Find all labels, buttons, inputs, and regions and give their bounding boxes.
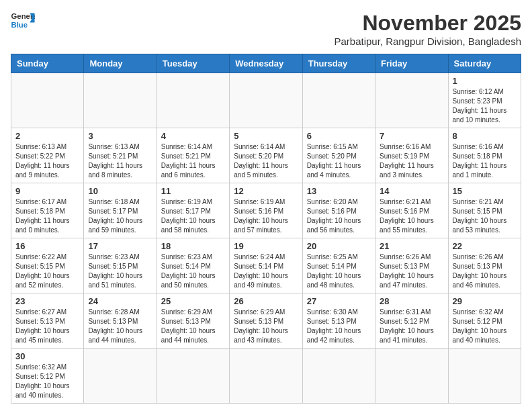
day-info: Sunrise: 6:21 AM Sunset: 5:15 PM Dayligh… (453, 197, 517, 235)
day-number: 2 (15, 131, 79, 141)
calendar-cell (448, 349, 521, 404)
week-row-2: 2Sunrise: 6:13 AM Sunset: 5:22 PM Daylig… (11, 128, 521, 183)
day-info: Sunrise: 6:27 AM Sunset: 5:13 PM Dayligh… (15, 308, 79, 345)
calendar-cell: 22Sunrise: 6:26 AM Sunset: 5:13 PM Dayli… (448, 238, 521, 293)
day-info: Sunrise: 6:14 AM Sunset: 5:21 PM Dayligh… (161, 142, 225, 180)
day-number: 17 (88, 241, 152, 251)
calendar-cell: 9Sunrise: 6:17 AM Sunset: 5:18 PM Daylig… (11, 183, 84, 238)
day-info: Sunrise: 6:24 AM Sunset: 5:14 PM Dayligh… (234, 253, 298, 290)
day-info: Sunrise: 6:18 AM Sunset: 5:17 PM Dayligh… (88, 197, 152, 235)
day-number: 8 (453, 131, 517, 141)
day-info: Sunrise: 6:13 AM Sunset: 5:22 PM Dayligh… (15, 142, 79, 180)
calendar-cell (375, 73, 448, 128)
calendar-cell (302, 349, 375, 404)
day-info: Sunrise: 6:26 AM Sunset: 5:13 PM Dayligh… (380, 253, 443, 290)
day-info: Sunrise: 6:31 AM Sunset: 5:12 PM Dayligh… (380, 308, 443, 345)
day-info: Sunrise: 6:20 AM Sunset: 5:16 PM Dayligh… (307, 197, 371, 235)
day-info: Sunrise: 6:28 AM Sunset: 5:13 PM Dayligh… (88, 308, 152, 345)
day-number: 15 (453, 186, 517, 196)
calendar-cell: 29Sunrise: 6:32 AM Sunset: 5:12 PM Dayli… (448, 293, 521, 349)
calendar-cell: 27Sunrise: 6:30 AM Sunset: 5:13 PM Dayli… (302, 293, 375, 349)
logo: General Blue (11, 11, 35, 30)
calendar-cell (84, 349, 157, 404)
day-number: 19 (234, 241, 298, 251)
weekday-header-tuesday: Tuesday (157, 54, 229, 73)
day-info: Sunrise: 6:30 AM Sunset: 5:13 PM Dayligh… (307, 308, 371, 345)
day-number: 26 (234, 296, 298, 306)
day-number: 9 (15, 186, 79, 196)
week-row-3: 9Sunrise: 6:17 AM Sunset: 5:18 PM Daylig… (11, 183, 521, 238)
svg-text:Blue: Blue (11, 21, 28, 29)
weekday-header-friday: Friday (375, 54, 448, 73)
calendar-cell: 30Sunrise: 6:32 AM Sunset: 5:12 PM Dayli… (11, 349, 84, 404)
calendar-cell: 13Sunrise: 6:20 AM Sunset: 5:16 PM Dayli… (302, 183, 375, 238)
day-info: Sunrise: 6:17 AM Sunset: 5:18 PM Dayligh… (15, 197, 79, 235)
calendar-cell (84, 73, 157, 128)
month-year: November 2025 (334, 11, 521, 36)
day-number: 22 (453, 241, 517, 251)
weekday-header-row: SundayMondayTuesdayWednesdayThursdayFrid… (11, 54, 521, 73)
day-number: 14 (380, 186, 443, 196)
day-info: Sunrise: 6:16 AM Sunset: 5:18 PM Dayligh… (453, 142, 517, 180)
calendar-cell (375, 349, 448, 404)
day-info: Sunrise: 6:23 AM Sunset: 5:15 PM Dayligh… (88, 253, 152, 290)
calendar-cell: 28Sunrise: 6:31 AM Sunset: 5:12 PM Dayli… (375, 293, 448, 349)
day-info: Sunrise: 6:29 AM Sunset: 5:13 PM Dayligh… (234, 308, 298, 345)
calendar-cell: 15Sunrise: 6:21 AM Sunset: 5:15 PM Dayli… (448, 183, 521, 238)
calendar-cell: 3Sunrise: 6:13 AM Sunset: 5:21 PM Daylig… (84, 128, 157, 183)
day-info: Sunrise: 6:32 AM Sunset: 5:12 PM Dayligh… (15, 363, 79, 400)
day-number: 24 (88, 296, 152, 306)
day-number: 1 (453, 76, 517, 86)
logo-icon: General Blue (11, 11, 35, 30)
title-area: November 2025 Parbatipur, Rangpur Divisi… (334, 11, 521, 47)
day-number: 10 (88, 186, 152, 196)
day-info: Sunrise: 6:12 AM Sunset: 5:23 PM Dayligh… (453, 87, 517, 125)
weekday-header-sunday: Sunday (11, 54, 84, 73)
calendar-cell: 4Sunrise: 6:14 AM Sunset: 5:21 PM Daylig… (157, 128, 229, 183)
calendar-cell (11, 73, 84, 128)
day-info: Sunrise: 6:19 AM Sunset: 5:17 PM Dayligh… (161, 197, 225, 235)
day-info: Sunrise: 6:25 AM Sunset: 5:14 PM Dayligh… (307, 253, 371, 290)
day-number: 16 (15, 241, 79, 251)
calendar-cell: 8Sunrise: 6:16 AM Sunset: 5:18 PM Daylig… (448, 128, 521, 183)
calendar-cell: 14Sunrise: 6:21 AM Sunset: 5:16 PM Dayli… (375, 183, 448, 238)
calendar-cell: 24Sunrise: 6:28 AM Sunset: 5:13 PM Dayli… (84, 293, 157, 349)
week-row-5: 23Sunrise: 6:27 AM Sunset: 5:13 PM Dayli… (11, 293, 521, 349)
calendar-cell (157, 73, 229, 128)
day-number: 21 (380, 241, 443, 251)
day-info: Sunrise: 6:21 AM Sunset: 5:16 PM Dayligh… (380, 197, 443, 235)
day-number: 7 (380, 131, 443, 141)
calendar-cell: 16Sunrise: 6:22 AM Sunset: 5:15 PM Dayli… (11, 238, 84, 293)
calendar-cell (157, 349, 229, 404)
calendar-cell: 2Sunrise: 6:13 AM Sunset: 5:22 PM Daylig… (11, 128, 84, 183)
calendar-cell: 26Sunrise: 6:29 AM Sunset: 5:13 PM Dayli… (230, 293, 302, 349)
calendar-cell (230, 73, 302, 128)
day-number: 3 (88, 131, 152, 141)
calendar-cell: 23Sunrise: 6:27 AM Sunset: 5:13 PM Dayli… (11, 293, 84, 349)
day-info: Sunrise: 6:13 AM Sunset: 5:21 PM Dayligh… (88, 142, 152, 180)
day-number: 6 (307, 131, 371, 141)
calendar-cell: 19Sunrise: 6:24 AM Sunset: 5:14 PM Dayli… (230, 238, 302, 293)
day-info: Sunrise: 6:23 AM Sunset: 5:14 PM Dayligh… (161, 253, 225, 290)
header: General Blue November 2025 Parbatipur, R… (11, 11, 521, 47)
day-info: Sunrise: 6:14 AM Sunset: 5:20 PM Dayligh… (234, 142, 298, 180)
weekday-header-wednesday: Wednesday (230, 54, 302, 73)
day-info: Sunrise: 6:29 AM Sunset: 5:13 PM Dayligh… (161, 308, 225, 345)
day-number: 30 (15, 351, 79, 361)
calendar-cell: 18Sunrise: 6:23 AM Sunset: 5:14 PM Dayli… (157, 238, 229, 293)
calendar-cell: 6Sunrise: 6:15 AM Sunset: 5:20 PM Daylig… (302, 128, 375, 183)
calendar-cell: 17Sunrise: 6:23 AM Sunset: 5:15 PM Dayli… (84, 238, 157, 293)
day-number: 27 (307, 296, 371, 306)
day-number: 4 (161, 131, 225, 141)
calendar-cell: 21Sunrise: 6:26 AM Sunset: 5:13 PM Dayli… (375, 238, 448, 293)
calendar-cell: 25Sunrise: 6:29 AM Sunset: 5:13 PM Dayli… (157, 293, 229, 349)
day-number: 12 (234, 186, 298, 196)
calendar-cell: 1Sunrise: 6:12 AM Sunset: 5:23 PM Daylig… (448, 73, 521, 128)
day-info: Sunrise: 6:26 AM Sunset: 5:13 PM Dayligh… (453, 253, 517, 290)
calendar-cell: 7Sunrise: 6:16 AM Sunset: 5:19 PM Daylig… (375, 128, 448, 183)
calendar-cell (230, 349, 302, 404)
calendar-cell (302, 73, 375, 128)
day-number: 29 (453, 296, 517, 306)
day-info: Sunrise: 6:19 AM Sunset: 5:16 PM Dayligh… (234, 197, 298, 235)
week-row-4: 16Sunrise: 6:22 AM Sunset: 5:15 PM Dayli… (11, 238, 521, 293)
